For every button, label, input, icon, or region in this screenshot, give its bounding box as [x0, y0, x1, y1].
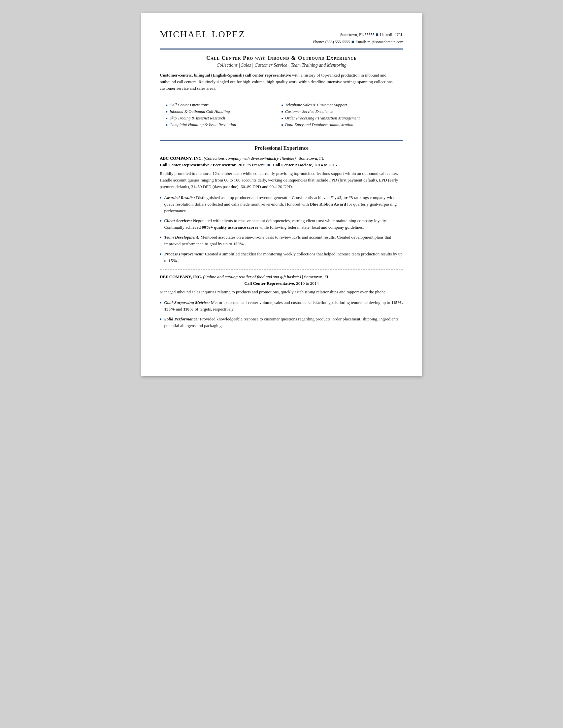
bullet-team-label: Team Development:	[164, 235, 199, 240]
bullet-goal-text1: Met or exceeded call center volume, sale…	[211, 300, 391, 305]
bullet-list-abc: Awarded Results: Distinguished as a top …	[160, 194, 403, 264]
role-dates-1: 2015 to Present	[238, 162, 265, 168]
company-abc-header: ABC COMPANY, INC. (Collections company w…	[160, 156, 403, 161]
skills-right: Telephone Sales & Customer SupportCustom…	[281, 103, 397, 129]
city-state: Sometown, FL 55555	[340, 32, 375, 38]
bullet-goal-content: Goal-Surpassing Metrics: Met or exceeded…	[164, 299, 403, 313]
bullet-process-improvement: Process Improvement: Created a simplifie…	[160, 251, 403, 264]
bullet-client-label: Client Services:	[164, 218, 192, 223]
skills-box: Call Center OperationsInbound & Outbound…	[160, 98, 403, 134]
skill-item: Skip Tracing & Internet Research	[166, 116, 281, 121]
skill-item: Telephone Sales & Customer Support	[281, 103, 397, 108]
bullet-solid-performance: Solid Performance: Provided knowledgeabl…	[160, 316, 403, 329]
bullet-process-text2: .	[178, 258, 179, 263]
bullet-client-text2: while following federal, state, local an…	[259, 225, 364, 230]
job-body-def: Managed inbound sales inquiries relating…	[160, 289, 403, 295]
section-divider	[160, 140, 403, 141]
header-divider	[160, 49, 403, 50]
title-part2: Inbound & Outbound Experience	[268, 55, 357, 61]
main-job-title: Call Center Pro with Inbound & Outbound …	[160, 55, 403, 61]
company-def-header: DEF COMPANY, INC. (Online and catalog re…	[160, 274, 403, 280]
bullet-awarded-bold2: Blue Ribbon Award	[310, 202, 346, 207]
job-title-abc: Call Center Representative / Peer Mentor…	[160, 162, 403, 168]
bullet-goal-label: Goal-Surpassing Metrics:	[164, 300, 210, 305]
bullet-team-content: Team Development: Mentored associates on…	[164, 234, 403, 247]
bullet-process-bold: 15%	[169, 258, 177, 263]
skill-item: Data Entry and Database Administration	[281, 122, 397, 127]
bullet-team-bold: 150%	[233, 241, 244, 246]
title-section: Call Center Pro with Inbound & Outbound …	[160, 55, 403, 68]
bullet-client-content: Client Services: Negotiated with clients…	[164, 217, 403, 231]
resume-page: Michael Lopez Sometown, FL 55555 ■ Linke…	[141, 13, 422, 376]
title-part1: Call Center Pro	[206, 55, 253, 61]
skill-item: Call Center Operations	[166, 103, 281, 108]
role-title-1: Call Center Representative / Peer Mentor…	[160, 162, 237, 168]
job-title-def: Call Center Representative, 2010 to 2014	[160, 281, 403, 286]
company-abc-description: (Collections company with diverse-indust…	[204, 156, 296, 161]
contact-bullet-1: ■	[376, 31, 379, 38]
role-dates-2: 2014 to 2015	[314, 162, 337, 168]
skill-item: Order Processing / Transaction Managemen…	[281, 116, 397, 121]
skill-item: Customer Service Excellence	[281, 109, 397, 114]
role-bullet: ■	[267, 162, 270, 168]
bullet-awarded-text1: Distinguished as a top producer and reve…	[196, 195, 331, 200]
bullet-team-text2: .	[245, 241, 246, 246]
title-subtitle: Collections | Sales | Customer Service |…	[160, 63, 403, 68]
company-def-location: Sometown, FL	[304, 274, 329, 279]
skill-item: Inbound & Outbound Call Handling	[166, 109, 281, 114]
bullet-team-development: Team Development: Mentored associates on…	[160, 234, 403, 247]
bullet-awarded-bold: #1, #2, or #3	[331, 195, 353, 200]
name-block: Michael Lopez	[160, 29, 246, 40]
def-role-dates: 2010 to 2014	[296, 281, 319, 286]
skill-item: Complaint Handling & Issue Resolution	[166, 122, 281, 127]
company-abc-name: ABC COMPANY, INC.	[160, 156, 203, 161]
summary-bold: Customer-centric, bilingual (English-Spa…	[160, 73, 291, 78]
contact-bullet-2: ■	[351, 38, 354, 46]
bullet-awarded-results: Awarded Results: Distinguished as a top …	[160, 194, 403, 214]
def-role-title: Call Center Representative,	[244, 281, 295, 286]
bullet-process-content: Process Improvement: Created a simplifie…	[164, 251, 403, 264]
contact-line-1: Sometown, FL 55555 ■ LinkedIn URL	[313, 31, 403, 38]
bullet-process-label: Process Improvement:	[164, 251, 204, 256]
role-title-2: Call Center Associate,	[273, 162, 313, 168]
bullet-client-bold: 90%+ quality assurance scores	[202, 225, 258, 230]
linkedin-url: LinkedIn URL	[380, 32, 403, 38]
company-divider	[160, 269, 403, 270]
company-def-name: DEF COMPANY, INC.	[160, 274, 202, 279]
company-def: DEF COMPANY, INC. (Online and catalog re…	[160, 274, 403, 329]
bullet-awarded-content: Awarded Results: Distinguished as a top …	[164, 194, 403, 214]
summary-section: Customer-centric, bilingual (English-Spa…	[160, 72, 403, 92]
candidate-name: Michael Lopez	[160, 29, 246, 40]
header-section: Michael Lopez Sometown, FL 55555 ■ Linke…	[160, 29, 403, 46]
title-connector: with	[255, 55, 268, 61]
bullet-solid-text: Provided knowledgeable response to custo…	[164, 316, 399, 328]
contact-block: Sometown, FL 55555 ■ LinkedIn URL Phone:…	[313, 29, 403, 46]
professional-experience-title: Professional Experience	[160, 145, 403, 151]
bullet-solid-content: Solid Performance: Provided knowledgeabl…	[164, 316, 403, 329]
job-body-abc: Rapidly promoted to mentor a 12-member t…	[160, 170, 403, 190]
bullet-solid-label: Solid Performance:	[164, 316, 199, 321]
email-address: ml@somedomain.com	[367, 39, 403, 45]
company-def-description: (Online and catalog retailer of food and…	[203, 274, 301, 279]
phone-number: (555) 555-5555	[325, 39, 350, 45]
contact-line-2: Phone: (555) 555-5555 ■ Email: ml@somedo…	[313, 38, 403, 46]
bullet-goal-surpassing: Goal-Surpassing Metrics: Met or exceeded…	[160, 299, 403, 313]
bullet-goal-text2: and	[176, 307, 183, 312]
bullet-client-services: Client Services: Negotiated with clients…	[160, 217, 403, 231]
phone-label: Phone:	[313, 39, 324, 45]
bullet-goal-text3: of targets, respectively.	[195, 307, 234, 312]
company-abc: ABC COMPANY, INC. (Collections company w…	[160, 156, 403, 264]
bullet-awarded-label: Awarded Results:	[164, 195, 195, 200]
email-label: Email:	[355, 39, 366, 45]
skills-left: Call Center OperationsInbound & Outbound…	[166, 103, 281, 129]
bullet-goal-bold2: 110%	[183, 307, 194, 312]
company-abc-location: Sometown, FL	[299, 156, 324, 161]
bullet-list-def: Goal-Surpassing Metrics: Met or exceeded…	[160, 299, 403, 329]
